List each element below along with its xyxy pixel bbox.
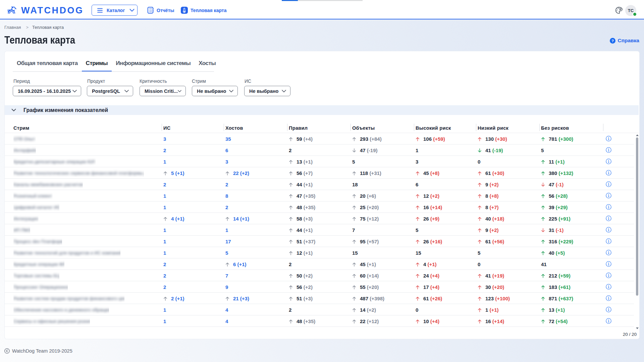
- svg-text:?: ?: [611, 39, 614, 43]
